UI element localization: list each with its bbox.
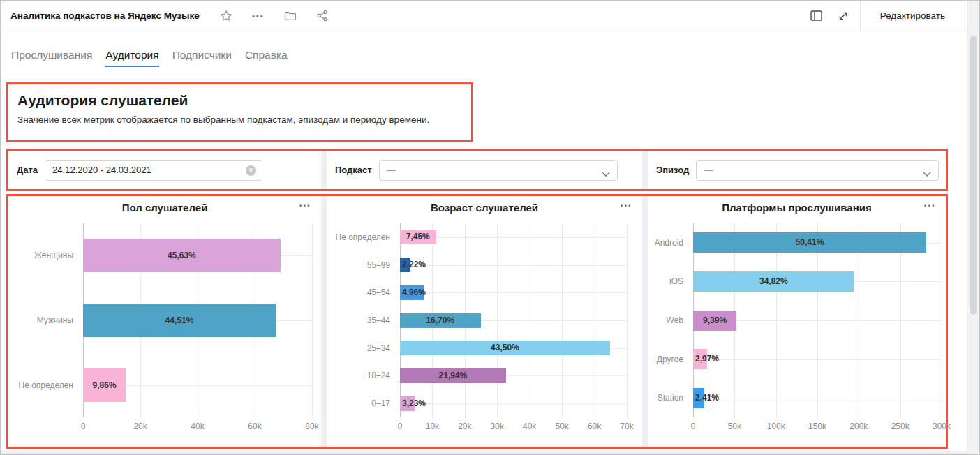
page-bottom-strip: [1, 451, 968, 455]
topbar-actions: •••: [219, 9, 329, 23]
chart-title: Платформы прослушивания: [669, 202, 925, 214]
category-label: Женщины: [8, 251, 73, 260]
charts-row: ЖенщиныМужчиныНе определенПол слушателей…: [6, 194, 948, 449]
chart-title: Возраст слушателей: [348, 202, 621, 214]
gridline: [312, 223, 313, 417]
episode-filter-label: Эпизод: [656, 165, 689, 175]
date-filter-label: Дата: [17, 165, 38, 175]
axis-tick-label: 100k: [767, 422, 785, 431]
bar-value-label: 43,50%: [400, 341, 610, 355]
bar-value-label: 2,22%: [402, 258, 426, 272]
header-text-widget: Аудитория слушателей Значение всех метри…: [6, 82, 473, 142]
axis-tick-label: 30k: [491, 422, 504, 431]
category-label: Web: [648, 315, 683, 325]
clear-icon[interactable]: ✕: [246, 165, 256, 176]
fullscreen-icon[interactable]: [836, 9, 850, 23]
podcast-select-value: —: [387, 165, 396, 175]
chart-menu-icon[interactable]: •••: [299, 202, 311, 209]
bar-value-label: 44,51%: [83, 304, 276, 337]
split-view-icon[interactable]: [810, 9, 824, 23]
category-label: 25–34: [327, 343, 390, 353]
category-label: 45–54: [327, 288, 390, 297]
gridline: [693, 398, 942, 398]
bar-value-label: 4,96%: [402, 285, 426, 300]
dashboard-title: Аналитика подкастов на Яндекс Музыке: [10, 10, 200, 21]
axis-tick-label: 300k: [933, 422, 951, 431]
date-range-input[interactable]: [45, 161, 262, 180]
topbar-right-actions: Редактировать: [810, 1, 967, 31]
category-label: Другое: [648, 355, 683, 364]
bar-value-label: 21,94%: [400, 368, 506, 383]
x-axis: 050k100k150k200k250k300k: [693, 422, 942, 433]
podcast-select[interactable]: —: [379, 160, 618, 181]
gridline: [400, 292, 627, 293]
chevron-down-icon: [602, 168, 610, 179]
category-label: 18–24: [327, 371, 390, 380]
filters-row: Дата ✕ Подкаст — Эпизод —: [6, 149, 948, 191]
category-label: Мужчины: [8, 315, 73, 325]
chart-menu-icon[interactable]: •••: [924, 202, 936, 209]
bar-value-label: 2,41%: [695, 388, 719, 408]
scrollbar[interactable]: [967, 1, 979, 455]
axis-tick-label: 40k: [523, 422, 536, 431]
axis-tick-label: 60k: [588, 422, 601, 431]
bar-value-label: 2,97%: [695, 349, 719, 369]
x-axis: 020k40k60k80k: [83, 422, 312, 433]
category-label: 55–99: [327, 260, 390, 270]
divider: [860, 1, 861, 31]
filter-date: Дата ✕: [8, 151, 321, 189]
tab-podpischiki[interactable]: Подписчики: [172, 49, 232, 67]
chart-platforms: AndroidiOSWebДругоеStationПлатформы прос…: [648, 196, 946, 447]
axis-tick-label: 80k: [305, 422, 318, 431]
axis-tick-label: 10k: [426, 422, 439, 431]
chart-menu-icon[interactable]: •••: [621, 202, 632, 209]
chart-title: Пол слушателей: [29, 202, 300, 214]
x-axis: 010k20k30k40k50k60k70k: [400, 422, 627, 433]
date-range-field[interactable]: ✕: [45, 160, 262, 181]
podcast-filter-label: Подкаст: [335, 165, 372, 175]
scrollbar-thumb[interactable]: [970, 36, 977, 315]
bar-value-label: 7,45%: [400, 230, 436, 244]
category-label: 35–44: [327, 315, 390, 325]
dashboard-tabs: Прослушивания Аудитория Подписчики Справ…: [11, 49, 288, 67]
plot-area: 45,63%44,51%9,86%: [83, 223, 312, 417]
divider: [965, 1, 965, 31]
tab-auditoriya[interactable]: Аудитория: [105, 49, 158, 67]
gridline: [400, 403, 627, 404]
category-label: Station: [648, 393, 683, 403]
episode-select[interactable]: —: [696, 160, 939, 181]
page-subtitle: Значение всех метрик отображается по выб…: [17, 114, 462, 125]
axis-tick-label: 0: [81, 422, 86, 431]
tab-spravka[interactable]: Справка: [245, 49, 288, 67]
axis-tick-label: 70k: [620, 422, 633, 431]
category-label: iOS: [648, 276, 683, 286]
axis-tick-label: 40k: [191, 422, 204, 431]
bar-value-label: 9,86%: [83, 368, 126, 402]
gridline: [693, 359, 942, 360]
axis-tick-label: 0: [691, 422, 696, 431]
more-options-icon[interactable]: •••: [251, 9, 265, 23]
gridline: [627, 223, 628, 417]
axis-tick-label: 50k: [728, 422, 741, 431]
axis-tick-label: 20k: [133, 422, 147, 431]
category-label: Не определен: [327, 232, 390, 242]
category-label: Android: [648, 238, 683, 248]
page-title: Аудитория слушателей: [17, 92, 462, 109]
folder-icon[interactable]: [283, 9, 297, 23]
tab-proslushivaniya[interactable]: Прослушивания: [11, 49, 92, 67]
bar-value-label: 34,82%: [693, 271, 854, 292]
gridline: [400, 265, 627, 266]
chart-gender: ЖенщиныМужчиныНе определенПол слушателей…: [8, 196, 321, 447]
filter-podcast: Подкаст —: [327, 151, 642, 189]
edit-button[interactable]: Редактировать: [862, 10, 963, 21]
chevron-down-icon: [923, 168, 931, 179]
chart-age: Не определен55–9945–5435–4425–3418–240–1…: [327, 196, 642, 447]
bar-value-label: 16,70%: [400, 313, 481, 328]
dashboard-screen: Аналитика подкастов на Яндекс Музыке •••…: [0, 0, 980, 455]
axis-tick-label: 50k: [555, 422, 568, 431]
bar-value-label: 3,23%: [402, 396, 426, 411]
axis-tick-label: 0: [398, 422, 403, 431]
star-icon[interactable]: [219, 9, 233, 23]
share-icon[interactable]: [315, 9, 329, 23]
axis-tick-label: 150k: [808, 422, 826, 431]
